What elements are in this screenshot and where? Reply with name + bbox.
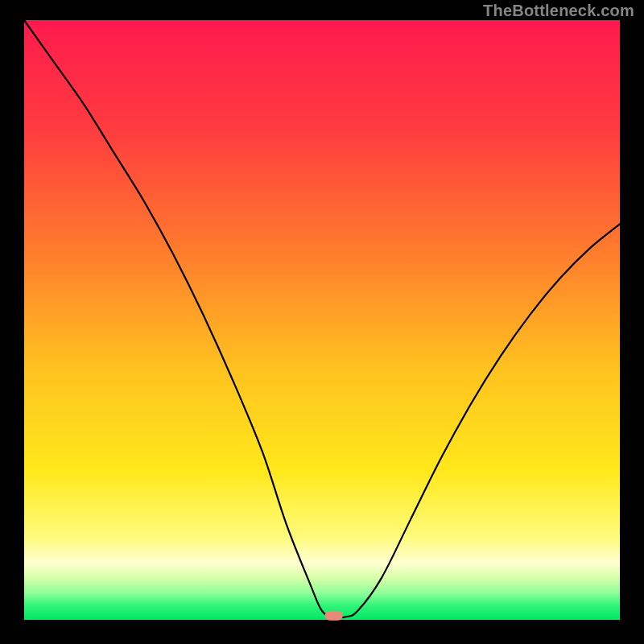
bottleneck-chart	[0, 0, 644, 644]
chart-container: TheBottleneck.com	[0, 0, 644, 644]
optimal-marker	[325, 611, 343, 621]
plot-background	[24, 20, 620, 620]
watermark-text: TheBottleneck.com	[483, 2, 634, 20]
